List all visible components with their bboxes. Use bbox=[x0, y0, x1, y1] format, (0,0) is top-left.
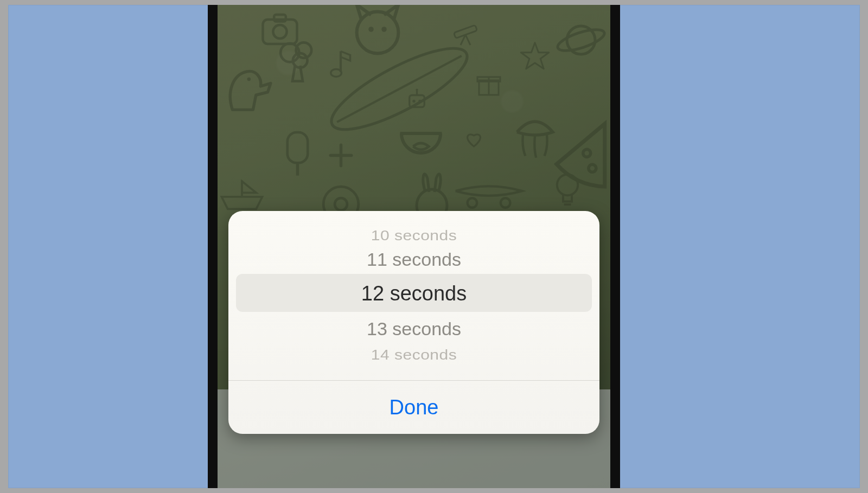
picker-option[interactable]: 11 seconds bbox=[228, 250, 599, 268]
picker-option-selected[interactable]: 12 seconds bbox=[228, 283, 599, 304]
picker-option[interactable]: 14 seconds bbox=[228, 348, 599, 362]
picker-option[interactable]: 10 seconds bbox=[228, 228, 599, 242]
duration-picker[interactable]: 10 seconds 11 seconds 12 seconds 13 seco… bbox=[228, 211, 599, 381]
picker-option[interactable]: 13 seconds bbox=[228, 319, 599, 338]
outer-frame: 10 seconds 11 seconds 12 seconds 13 seco… bbox=[8, 5, 860, 488]
timer-picker-sheet: 10 seconds 11 seconds 12 seconds 13 seco… bbox=[228, 211, 599, 434]
canvas: 10 seconds 11 seconds 12 seconds 13 seco… bbox=[0, 0, 868, 493]
phone-screen: 10 seconds 11 seconds 12 seconds 13 seco… bbox=[218, 5, 610, 488]
device-bezel: 10 seconds 11 seconds 12 seconds 13 seco… bbox=[208, 5, 620, 488]
done-button[interactable]: Done bbox=[228, 381, 599, 434]
